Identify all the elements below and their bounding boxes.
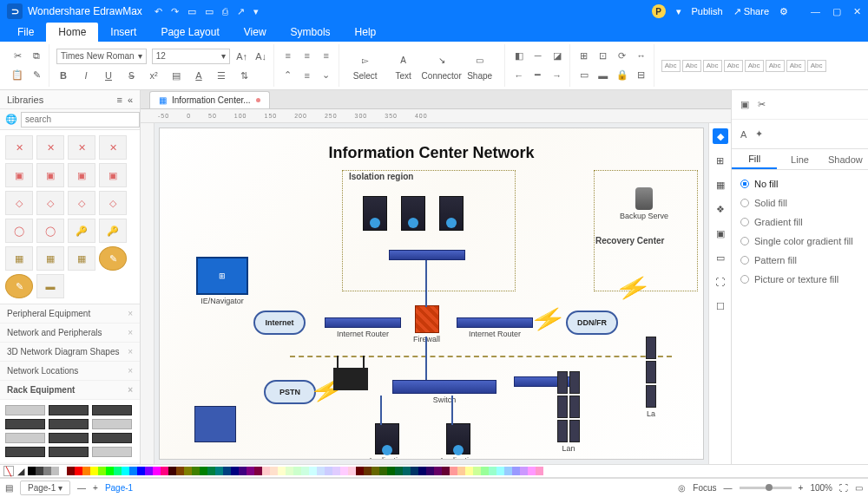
color-swatch[interactable]: [82, 467, 90, 475]
image-tool-icon[interactable]: ▣: [713, 226, 728, 241]
color-swatch[interactable]: [286, 467, 293, 475]
color-swatch[interactable]: [192, 467, 200, 475]
search-scope-icon[interactable]: 🌐: [5, 114, 17, 125]
tab-line[interactable]: Line: [777, 149, 822, 169]
color-swatch[interactable]: [254, 467, 262, 475]
color-swatch[interactable]: [215, 467, 223, 475]
fill-option-none[interactable]: No fill: [740, 179, 859, 189]
text-tool[interactable]: AText: [385, 50, 423, 81]
line-icon[interactable]: ─: [531, 49, 545, 62]
bold-icon[interactable]: B: [56, 69, 70, 82]
minimize-icon[interactable]: —: [811, 6, 820, 17]
style-gallery[interactable]: AbcAbcAbcAbcAbcAbcAbcAbc: [661, 60, 826, 72]
valign-mid-icon[interactable]: ≡: [300, 69, 314, 82]
superscript-icon[interactable]: x²: [147, 69, 161, 82]
fill-icon[interactable]: ◧: [512, 49, 526, 62]
user-badge[interactable]: P: [652, 4, 666, 18]
shape-tile[interactable]: ▦: [68, 246, 95, 271]
library-search-input[interactable]: [21, 112, 140, 128]
tab-help[interactable]: Help: [343, 23, 389, 42]
wifi-router[interactable]: [333, 368, 368, 390]
zoom-out-icon[interactable]: —: [724, 483, 733, 493]
paste-icon[interactable]: 📋: [10, 69, 24, 82]
underline-icon[interactable]: U: [102, 69, 115, 82]
shape-tile[interactable]: ✕: [36, 135, 64, 160]
library-collapse-icon[interactable]: «: [128, 95, 133, 105]
color-swatch[interactable]: [489, 467, 496, 475]
zoom-slider[interactable]: [740, 487, 792, 489]
focus-icon[interactable]: ◎: [678, 483, 686, 493]
color-swatch[interactable]: [325, 467, 332, 475]
shape-tile[interactable]: ▬: [36, 274, 64, 298]
fill-option-single-gradient[interactable]: Single color gradient fill: [740, 236, 859, 246]
rack-tile[interactable]: [5, 447, 45, 457]
zoom-in-icon[interactable]: +: [799, 483, 804, 493]
shape-tile[interactable]: ◯: [5, 219, 33, 243]
shape-tile[interactable]: ▣: [68, 163, 95, 187]
text-format-icon[interactable]: A: [740, 129, 746, 140]
connector[interactable]: [425, 260, 427, 307]
color-swatch[interactable]: [536, 467, 543, 475]
color-swatch[interactable]: [28, 467, 36, 475]
color-swatch[interactable]: [411, 467, 418, 475]
close-icon[interactable]: ✕: [853, 6, 861, 17]
page-link[interactable]: Page-1: [105, 483, 133, 493]
color-swatch[interactable]: [387, 467, 395, 475]
strike-icon[interactable]: S̶: [124, 69, 138, 82]
tab-home[interactable]: Home: [46, 23, 98, 42]
comment-icon[interactable]: ☐: [713, 298, 728, 314]
color-swatch[interactable]: [247, 467, 254, 475]
rack-tile[interactable]: [49, 419, 89, 429]
group-icon[interactable]: ⊡: [596, 49, 610, 62]
shape-tool[interactable]: ▭Shape: [461, 50, 499, 81]
fullscreen-icon[interactable]: ⛶: [713, 274, 728, 290]
color-swatch[interactable]: [207, 467, 215, 475]
library-menu-icon[interactable]: ≡: [116, 95, 122, 105]
color-swatch[interactable]: [504, 467, 512, 475]
prev-page-icon[interactable]: —: [77, 483, 86, 493]
shape-tile[interactable]: ✕: [5, 135, 33, 160]
color-swatch[interactable]: [293, 467, 301, 475]
tab-insert[interactable]: Insert: [98, 23, 148, 42]
valign-bot-icon[interactable]: ⌄: [319, 69, 333, 82]
color-swatch[interactable]: [106, 467, 114, 475]
diagram-title[interactable]: Information Center Network: [160, 144, 703, 162]
color-swatch[interactable]: [457, 467, 465, 475]
tab-symbols[interactable]: Symbols: [279, 23, 343, 42]
arrow-start-icon[interactable]: ←: [512, 69, 526, 82]
recovery-label[interactable]: Recovery Center: [595, 236, 664, 245]
tab-file[interactable]: File: [5, 23, 46, 42]
fullscreen-toggle-icon[interactable]: ▭: [855, 483, 863, 493]
color-swatch[interactable]: [317, 467, 325, 475]
fill-option-pattern[interactable]: Pattern fill: [740, 255, 859, 265]
shape-tile[interactable]: ▦: [5, 246, 33, 271]
italic-icon[interactable]: I: [79, 69, 93, 82]
shape-tile[interactable]: ✕: [99, 135, 127, 160]
no-color-icon[interactable]: ╲: [3, 466, 14, 476]
pages-icon[interactable]: ▤: [5, 483, 13, 493]
color-swatch[interactable]: [153, 467, 161, 475]
rack-tile[interactable]: [5, 433, 45, 443]
lan-group-2[interactable]: La: [646, 337, 656, 418]
undo-icon[interactable]: ↶: [155, 6, 162, 17]
shape-tile[interactable]: ▦: [36, 246, 64, 271]
font-color-icon[interactable]: A: [192, 69, 206, 82]
printer-node[interactable]: [194, 406, 236, 442]
crop-icon[interactable]: ✂: [758, 99, 766, 110]
save-icon[interactable]: ▭: [205, 6, 214, 17]
font-select[interactable]: Times New Roman▾: [56, 49, 147, 64]
color-swatch[interactable]: [309, 467, 317, 475]
color-swatch[interactable]: [418, 467, 426, 475]
color-swatch[interactable]: [473, 467, 481, 475]
color-swatch[interactable]: [239, 467, 247, 475]
color-swatch[interactable]: [36, 467, 43, 475]
fill-option-solid[interactable]: Solid fill: [740, 198, 859, 208]
color-swatch[interactable]: [426, 467, 434, 475]
shape-tile[interactable]: ◯: [36, 219, 64, 243]
font-size-select[interactable]: 12▾: [152, 49, 230, 64]
color-swatch[interactable]: [332, 467, 340, 475]
lock-icon[interactable]: 🔒: [615, 69, 629, 82]
rotate-icon[interactable]: ⟳: [615, 49, 629, 62]
color-swatch[interactable]: [356, 467, 364, 475]
shape-tile[interactable]: ▣: [99, 163, 127, 187]
